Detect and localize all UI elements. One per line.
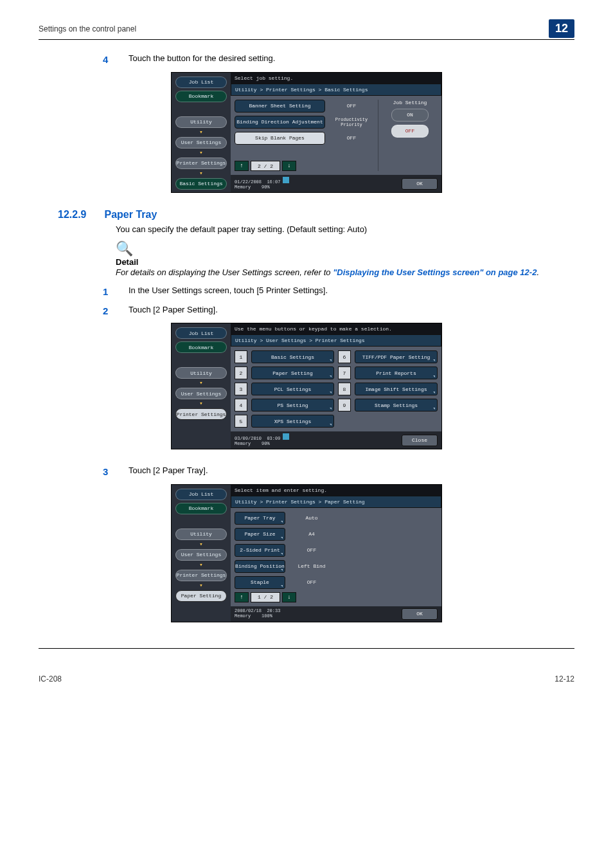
two-sided-print-button[interactable]: 2-Sided Print xyxy=(235,544,285,557)
sidebar-utility[interactable]: Utility xyxy=(175,116,227,128)
status-mem-label: Memory xyxy=(235,185,251,190)
header-rule xyxy=(39,39,574,40)
section-description: You can specify the default paper tray s… xyxy=(116,224,574,234)
chevron-down-icon: ▾ xyxy=(199,543,202,547)
cross-ref-link[interactable]: "Displaying the User Settings screen" on… xyxy=(333,267,537,277)
running-head: Settings on the control panel xyxy=(39,24,136,33)
setting-value: OFF xyxy=(329,135,374,141)
job-list-button[interactable]: Job List xyxy=(175,327,227,339)
menu-xps-settings[interactable]: XPS Settings xyxy=(251,415,334,428)
bookmark-button[interactable]: Bookmark xyxy=(175,341,227,353)
step-text: In the User Settings screen, touch [5 Pr… xyxy=(129,285,328,299)
panel-instruction: Use the menu buttons or keypad to make a… xyxy=(231,323,441,334)
menu-paper-setting[interactable]: Paper Setting xyxy=(251,366,334,379)
menu-number: 6 xyxy=(338,350,351,363)
footer-right: 12-12 xyxy=(555,674,574,683)
page-indicator: 2 / 2 xyxy=(251,161,280,171)
setting-value: Left Bind xyxy=(289,563,334,569)
step-number: 4 xyxy=(103,53,116,67)
menu-number: 5 xyxy=(235,415,247,428)
sidebar-user-settings[interactable]: User Settings xyxy=(175,549,227,561)
step-text: Touch [2 Paper Tray]. xyxy=(129,465,208,479)
step-number: 1 xyxy=(103,285,116,299)
chevron-down-icon: ▾ xyxy=(199,381,202,385)
chapter-badge: 12 xyxy=(549,19,574,38)
setting-value: Productivity Priority xyxy=(329,117,374,127)
bookmark-button[interactable]: Bookmark xyxy=(175,91,227,102)
sidebar-printer-settings[interactable]: Printer Settings xyxy=(175,408,227,420)
sidebar-utility[interactable]: Utility xyxy=(175,529,227,540)
banner-sheet-setting-button[interactable]: Banner Sheet Setting xyxy=(235,100,325,113)
paper-size-button[interactable]: Paper Size xyxy=(235,528,285,541)
screenshot-paper-setting: Job List Bookmark Utility ▾ User Setting… xyxy=(171,484,442,622)
ok-button[interactable]: OK xyxy=(402,608,438,620)
menu-tiff-pdf-paper[interactable]: TIFF/PDF Paper Setting xyxy=(355,350,438,363)
binding-direction-button[interactable]: Binding Direction Adjustment xyxy=(235,116,325,129)
menu-pcl-settings[interactable]: PCL Settings xyxy=(251,383,334,395)
job-setting-off[interactable]: OFF xyxy=(391,125,429,138)
chevron-down-icon: ▾ xyxy=(199,563,202,567)
sidebar-user-settings[interactable]: User Settings xyxy=(175,388,227,399)
page-up-button[interactable]: ↑ xyxy=(235,592,249,602)
chevron-down-icon: ▾ xyxy=(199,402,202,406)
section-title: Paper Tray xyxy=(104,209,157,221)
job-list-button[interactable]: Job List xyxy=(175,77,227,88)
bookmark-button[interactable]: Bookmark xyxy=(175,503,227,514)
status-mem-value: 100% xyxy=(262,613,272,619)
breadcrumb: Utility > Printer Settings > Paper Setti… xyxy=(231,496,441,508)
page-down-button[interactable]: ↓ xyxy=(282,592,296,602)
menu-ps-setting[interactable]: PS Setting xyxy=(251,399,334,411)
footer-rule xyxy=(39,648,574,649)
sidebar-paper-setting[interactable]: Paper Setting xyxy=(175,590,227,602)
paper-tray-button[interactable]: Paper Tray xyxy=(235,512,285,525)
menu-number: 9 xyxy=(338,399,351,411)
menu-number: 1 xyxy=(235,350,247,363)
magnifier-icon: 🔍 xyxy=(116,240,574,257)
detail-text: For details on displaying the User Setti… xyxy=(116,267,574,278)
step-text: Touch the button for the desired setting… xyxy=(129,53,275,67)
screenshot-printer-settings-menu: Job List Bookmark Utility ▾ User Setting… xyxy=(171,323,442,449)
sidebar-printer-settings[interactable]: Printer Settings xyxy=(175,570,227,581)
status-mem-value: 90% xyxy=(262,185,270,190)
chevron-down-icon: ▾ xyxy=(199,172,202,176)
menu-basic-settings[interactable]: Basic Settings xyxy=(251,350,334,363)
sidebar-user-settings[interactable]: User Settings xyxy=(175,137,227,149)
menu-number: 8 xyxy=(338,383,351,395)
breadcrumb: Utility > User Settings > Printer Settin… xyxy=(231,334,441,347)
menu-image-shift[interactable]: Image Shift Settings xyxy=(355,383,438,395)
status-mem-value: 90% xyxy=(262,441,270,446)
side-title: Job Setting xyxy=(393,100,427,105)
close-button[interactable]: Close xyxy=(402,435,438,446)
setting-value: OFF xyxy=(289,579,334,585)
page-down-button[interactable]: ↓ xyxy=(282,161,296,171)
screenshot-basic-settings: Job List Bookmark Utility ▾ User Setting… xyxy=(171,72,442,193)
setting-value: A4 xyxy=(289,531,334,537)
step-text: Touch [2 Paper Setting]. xyxy=(129,304,218,318)
job-setting-on[interactable]: ON xyxy=(391,109,429,122)
sidebar-printer-settings[interactable]: Printer Settings xyxy=(175,158,227,169)
setting-value: Auto xyxy=(289,515,334,521)
section-number: 12.2.9 xyxy=(58,209,86,221)
chevron-down-icon: ▾ xyxy=(199,584,202,588)
menu-print-reports[interactable]: Print Reports xyxy=(355,366,438,379)
panel-instruction: Select job setting. xyxy=(231,73,441,84)
status-mem-label: Memory xyxy=(235,441,251,446)
sidebar-basic-settings[interactable]: Basic Settings xyxy=(175,178,227,190)
network-icon xyxy=(283,177,289,183)
menu-number: 4 xyxy=(235,399,247,411)
menu-number: 7 xyxy=(338,366,351,379)
chevron-down-icon: ▾ xyxy=(199,131,202,134)
menu-number: 2 xyxy=(235,366,247,379)
job-list-button[interactable]: Job List xyxy=(175,489,227,500)
setting-value: OFF xyxy=(289,547,334,553)
page-up-button[interactable]: ↑ xyxy=(235,161,249,171)
step-number: 3 xyxy=(103,465,116,479)
binding-position-button[interactable]: Binding Position xyxy=(235,560,285,573)
sidebar-utility[interactable]: Utility xyxy=(175,367,227,379)
staple-button[interactable]: Staple xyxy=(235,576,285,589)
network-icon xyxy=(283,433,289,440)
menu-stamp-settings[interactable]: Stamp Settings xyxy=(355,399,438,411)
skip-blank-pages-button[interactable]: Skip Blank Pages xyxy=(235,132,325,145)
ok-button[interactable]: OK xyxy=(402,178,438,190)
setting-value: OFF xyxy=(329,103,374,109)
